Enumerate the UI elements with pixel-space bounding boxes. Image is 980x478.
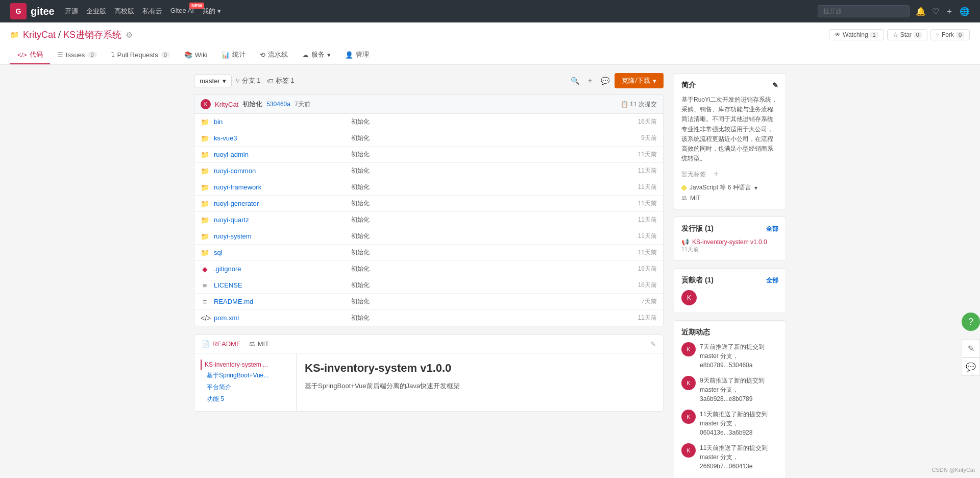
repo-settings-icon[interactable]: ⚙: [126, 30, 133, 40]
commit-time: 7天前: [295, 100, 310, 109]
add-file-button[interactable]: ＋: [584, 73, 596, 88]
tab-prs-label: Pull Requests: [117, 51, 158, 59]
tab-wiki[interactable]: 📚 Wiki: [177, 46, 215, 64]
list-item: K 11天前推送了新的提交到 master 分支，26609b7...06041…: [681, 443, 778, 471]
toc-item-main[interactable]: KS-inventory-system ...: [201, 360, 290, 370]
tab-pipeline[interactable]: ⟲ 流水线: [253, 46, 295, 64]
nav-private-cloud[interactable]: 私有云: [142, 7, 162, 16]
release-tag-icon: 📢: [681, 238, 689, 246]
star-label: Star: [900, 31, 912, 38]
clone-download-button[interactable]: 克隆/下载 ▾: [615, 73, 664, 88]
gitignore-icon: ◆: [201, 265, 209, 273]
edit-intro-icon[interactable]: ✎: [772, 81, 778, 89]
file-name-link[interactable]: ks-vue3: [214, 134, 346, 142]
help-button[interactable]: ?: [962, 313, 980, 331]
file-name-link[interactable]: bin: [214, 118, 346, 126]
file-time: 11天前: [621, 183, 657, 192]
repo-owner-link[interactable]: KrityCat: [23, 30, 56, 40]
nav-university[interactable]: 高校版: [114, 7, 134, 16]
commit-hash-link[interactable]: 530460a: [266, 101, 290, 108]
float-buttons: ? ✎ 💬: [962, 313, 980, 376]
branch-count[interactable]: ⑂ 分支 1: [236, 76, 261, 85]
file-name-link[interactable]: ruoyi-generator: [214, 200, 346, 207]
repo-title-row: 📁 KrityCat / KS进销存系统 ⚙ 👁 Watching 1 ☆ St…: [10, 29, 970, 46]
toc-item-features[interactable]: 功能 5: [207, 393, 290, 405]
file-name-link[interactable]: LICENSE: [214, 281, 346, 289]
table-row: 📁 bin 初始化 16天前: [194, 114, 663, 130]
contributors-all-link[interactable]: 全部: [766, 276, 778, 285]
history-icon: 📋: [621, 101, 628, 108]
tab-prs[interactable]: ⤵ Pull Requests 0: [104, 46, 177, 64]
tab-code-label: 代码: [30, 50, 43, 59]
bell-icon[interactable]: 🔔: [916, 7, 926, 16]
branch-name: master: [200, 77, 220, 85]
table-row: ≡ LICENSE 初始化 16天前: [194, 277, 663, 294]
tab-stats[interactable]: 📊 统计: [214, 46, 253, 64]
license-label[interactable]: MIT: [690, 195, 701, 202]
release-count: (1): [705, 224, 714, 232]
repo-name-link[interactable]: KS进销存系统: [63, 30, 121, 40]
file-commit-msg: 初始化: [351, 166, 616, 175]
search-input[interactable]: [818, 5, 910, 17]
tab-issues[interactable]: ☰ Issues 0: [50, 46, 104, 64]
file-name-link[interactable]: README.md: [214, 298, 346, 305]
contributors-title-row: 贡献者 (1) 全部: [681, 276, 778, 285]
tag-count[interactable]: 🏷 标签 1: [267, 76, 295, 85]
branch-selector[interactable]: master ▾: [194, 75, 232, 87]
tab-services[interactable]: ☁ 服务 ▾: [295, 46, 338, 64]
nav-enterprise[interactable]: 企业版: [86, 7, 106, 16]
release-name-link[interactable]: KS-inventory-system v1.0.0: [692, 238, 767, 246]
stats-icon: 📊: [222, 51, 230, 59]
readme-tab[interactable]: 📄 README: [202, 340, 241, 348]
tab-manage[interactable]: 👤 管理: [338, 46, 376, 64]
tab-code[interactable]: </> 代码: [10, 46, 50, 64]
file-name-link[interactable]: ruoyi-admin: [214, 151, 346, 158]
file-name-link[interactable]: .gitignore: [214, 265, 346, 273]
heart-icon[interactable]: ♡: [932, 7, 939, 16]
plus-icon[interactable]: ＋: [945, 6, 953, 17]
comment-float-button[interactable]: 💬: [962, 357, 980, 376]
lang-chevron-icon[interactable]: ▾: [754, 184, 757, 192]
add-tag-icon[interactable]: ＋: [712, 169, 720, 178]
search-files-button[interactable]: 🔍: [569, 73, 581, 88]
nav-open-source[interactable]: 开源: [65, 7, 78, 16]
readme-edit-icon[interactable]: ✎: [650, 340, 656, 348]
toc-item-springboot[interactable]: 基于SpringBoot+Vue...: [207, 370, 290, 381]
star-button[interactable]: ☆ Star 0: [887, 29, 927, 40]
toc-item-platform[interactable]: 平台简介: [207, 381, 290, 393]
commit-message-text: 初始化: [242, 100, 262, 109]
activity-text: 7天前推送了新的提交到 master 分支，e8b0789...530460a: [700, 342, 778, 370]
issues-badge: 0: [87, 52, 96, 58]
file-name-link[interactable]: ruoyi-common: [214, 167, 346, 175]
comment-button[interactable]: 💬: [599, 73, 611, 88]
content-left: master ▾ ⑂ 分支 1 🏷 标签 1 🔍 ＋ 💬 克隆/下载: [194, 73, 664, 478]
watch-button[interactable]: 👁 Watching 1: [829, 29, 884, 40]
contributor-avatar[interactable]: K: [681, 290, 697, 305]
language-label[interactable]: JavaScript 等 6 种语言: [690, 183, 751, 192]
nav-mine[interactable]: 我的 ▾: [202, 7, 221, 16]
logo[interactable]: G gitee: [10, 3, 55, 19]
file-name-link[interactable]: sql: [214, 249, 346, 256]
commit-author-name[interactable]: KrityCat: [215, 101, 238, 108]
repo-separator: /: [58, 30, 63, 40]
file-name-link[interactable]: ruoyi-system: [214, 232, 346, 240]
sidebar-contributors: 贡献者 (1) 全部 K: [674, 268, 786, 313]
edit-float-button[interactable]: ✎: [962, 339, 980, 357]
fork-icon: ⑂: [936, 31, 940, 38]
file-commit-msg: 初始化: [351, 117, 616, 126]
pipeline-icon: ⟲: [260, 51, 265, 59]
commit-total-count[interactable]: 📋 11 次提交: [621, 100, 657, 109]
file-time: 11天前: [621, 150, 657, 159]
file-name-link[interactable]: ruoyi-framework: [214, 183, 346, 191]
release-all-link[interactable]: 全部: [766, 225, 778, 233]
user-avatar[interactable]: 🌐: [960, 7, 970, 16]
file-commit-msg: 初始化: [351, 314, 616, 322]
nav-links: 开源 企业版 高校版 私有云 Gitee AI NEW 我的 ▾: [65, 7, 221, 16]
file-name-link[interactable]: ruoyi-quartz: [214, 216, 346, 224]
readme-header: 📄 README ⚖ MIT ✎: [194, 335, 663, 353]
contributors-label: 贡献者: [681, 276, 703, 284]
mit-tab[interactable]: ⚖ MIT: [249, 340, 269, 348]
file-name-link[interactable]: pom.xml: [214, 314, 346, 322]
fork-button[interactable]: ⑂ Fork 0: [930, 29, 970, 40]
no-tag-label: 暂无标签: [681, 171, 706, 178]
